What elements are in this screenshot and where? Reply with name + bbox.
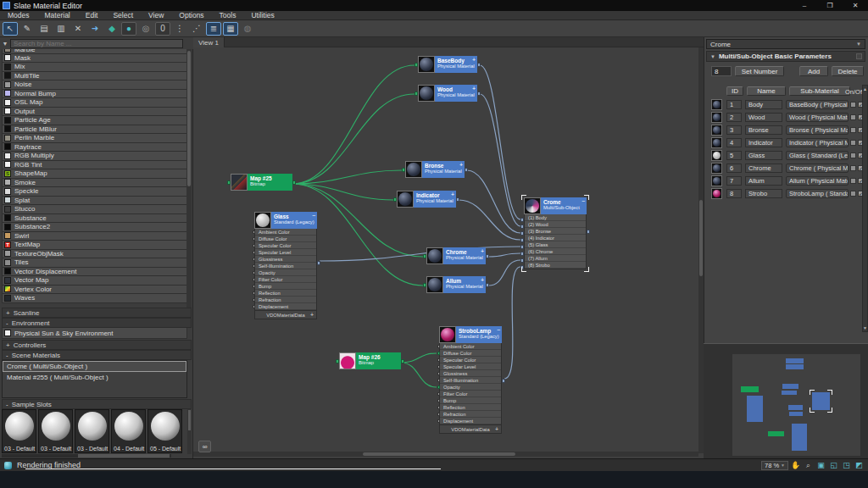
scroll-up-icon[interactable]: ▲ [863,86,867,92]
param-socket[interactable] [437,365,440,369]
submaterial-button[interactable]: Chrome ( Physical Material ) [786,164,849,173]
expand-plus-icon[interactable]: + [310,312,314,318]
zoom-extents-selected-icon[interactable]: ◩ [854,460,865,470]
menu-item-material[interactable]: Material [37,11,78,20]
input-socket[interactable] [520,258,524,263]
minimize-button[interactable]: – [792,0,817,11]
table-row[interactable]: 8StroboStroboLamp ( Standard (Le✓ [709,187,859,200]
input-socket[interactable] [393,197,397,202]
node-footer[interactable]: VDOMaterialData+ [439,425,502,434]
node-bronse[interactable]: BronsePhysical Material+ [405,161,465,178]
assign-material-to-selection-icon[interactable]: ◆ [104,22,120,36]
output-socket[interactable] [401,359,404,363]
map-list-item[interactable]: Splat [2,197,187,206]
submaterial-button[interactable]: Allum ( Physical Material ) [786,176,849,186]
map-list-item[interactable]: Smoke [2,179,187,188]
param-row[interactable]: Bump [440,397,501,404]
section-environment[interactable]: - Environment [2,318,192,328]
param-socket[interactable] [437,358,440,362]
param-row[interactable]: Specular Color [440,357,501,363]
column-submaterial-button[interactable]: Sub-Material [789,86,850,96]
table-row[interactable]: 3BronseBronse ( Physical Material )✓ [709,124,859,136]
map-slot-button[interactable] [850,165,856,171]
param-socket[interactable] [253,258,255,261]
param-socket[interactable] [253,291,255,295]
scroll-down-icon[interactable]: ▼ [863,324,867,331]
param-row[interactable]: Displacement [440,418,501,424]
delete-selected-icon[interactable]: ✕ [70,22,86,36]
output-socket[interactable] [465,168,468,172]
eyedropper-icon[interactable]: ✎ [19,22,35,36]
param-row[interactable]: Glossiness [440,370,501,377]
node-collapse-icon[interactable]: + [481,248,484,254]
name-field[interactable]: Bronse [745,125,782,135]
zoom-region-icon[interactable]: ▣ [815,460,826,470]
input-socket[interactable] [423,283,426,287]
node-allum[interactable]: AllumPhysical Material+ [426,276,486,293]
param-socket[interactable] [253,305,255,308]
scene-material-item[interactable]: Crome ( Multi/Sub-Object ) [3,361,186,372]
param-socket[interactable] [437,399,440,402]
select-tool-icon[interactable]: ↖ [3,22,18,36]
slot-row[interactable]: (7) Allum [525,255,586,262]
input-socket[interactable] [423,254,426,258]
map-list-item[interactable]: Noise [2,80,187,90]
section-scanline[interactable]: + Scanline [2,308,192,318]
section-sample-slots[interactable]: - Sample Slots [2,399,192,409]
delete-button[interactable]: Delete [832,66,864,76]
param-socket[interactable] [253,278,255,281]
sample-slot[interactable]: 04 - Default ... [111,409,146,453]
map-list-item[interactable]: Particle MBlur [2,125,187,135]
node-collapse-icon[interactable]: − [497,327,500,333]
param-row[interactable]: Opacity [255,269,316,276]
pan-hand-icon[interactable]: ✋ [790,460,801,470]
param-row[interactable]: Ambient Color [255,229,316,236]
map-list-item[interactable]: Vector Map [2,276,187,286]
param-socket[interactable] [253,298,255,302]
name-field[interactable]: Indicator [745,138,782,147]
submaterial-button[interactable]: Wood ( Physical Material ) [786,113,849,122]
output-socket[interactable] [502,379,505,383]
sample-slot[interactable]: 03 - Default ... [2,409,36,453]
param-row[interactable]: Displacement [255,303,316,310]
param-socket[interactable] [437,372,440,375]
input-socket[interactable] [415,92,418,96]
name-field[interactable]: Body [745,100,782,109]
param-row[interactable]: Specular Level [440,363,501,370]
table-row[interactable]: 5GlassGlass ( Standard (Legacy) )✓ [709,149,859,162]
zoom-extents-all-icon[interactable]: ◳ [841,460,852,470]
param-socket[interactable] [253,271,255,274]
map-list-item[interactable]: Particle Age [2,116,187,125]
map-list-item[interactable]: OSL Map [2,98,187,108]
input-socket[interactable] [415,63,418,67]
name-field[interactable]: Glass [745,151,782,160]
name-field[interactable]: Strobo [745,189,782,198]
name-field[interactable]: Chrome [745,164,782,173]
map-list-item[interactable]: Mix [2,63,187,72]
set-number-button[interactable]: Set Number [735,66,784,76]
param-socket[interactable] [437,406,440,409]
show-numbers-icon[interactable]: 0 [155,22,170,36]
tab-view1[interactable]: View 1 [193,37,225,47]
map-slot-button[interactable] [850,114,856,120]
param-row[interactable]: Filter Color [440,391,501,397]
param-socket[interactable] [437,379,440,382]
node-map25[interactable]: Map #25Bitmap [231,174,292,191]
maximize-button[interactable]: ❒ [817,0,843,11]
output-socket[interactable] [317,261,320,265]
zoom-extents-icon[interactable]: ◱ [828,460,839,470]
list-item-physical-sun-sky[interactable]: Physical Sun & Sky Environment [2,328,187,339]
node-crome[interactable]: CromeMulti/Sub-Object−(1) Body(2) Wood(3… [524,197,587,269]
move-children-icon[interactable]: ➜ [87,22,103,36]
output-socket[interactable] [587,230,590,234]
param-row[interactable]: Reflection [440,404,501,411]
put-to-library-icon[interactable]: ▥ [53,22,69,36]
table-row[interactable]: 7AllumAllum ( Physical Material )✓ [709,175,859,187]
map-list-item[interactable]: Waves [2,294,187,303]
submaterial-button[interactable]: StroboLamp ( Standard (Le [786,189,849,198]
map-slot-button[interactable] [850,152,856,158]
map-list-item[interactable]: RGB Tint [2,161,187,170]
node-chrome[interactable]: ChromePhysical Material+ [426,247,486,264]
slot-row[interactable]: (2) Wood [525,221,586,228]
param-socket[interactable] [437,385,440,389]
